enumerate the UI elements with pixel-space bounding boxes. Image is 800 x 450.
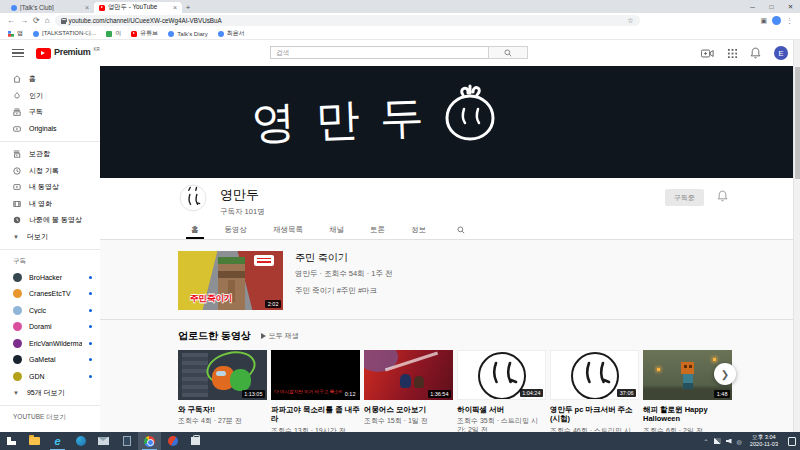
uploads-title[interactable]: 업로드한 동영상 [178,329,251,343]
sidebar-channel-gdn[interactable]: GDN [0,368,100,385]
video-thumbnail[interactable]: 1:13:05 [178,350,267,400]
sidebar-item-my-videos[interactable]: 내 동영상 [0,179,100,196]
taskbar-internet-explorer[interactable]: e [46,432,69,450]
bookmark-item[interactable]: Talk's Diary [168,31,207,37]
close-icon[interactable]: ✕ [781,0,800,13]
sidebar-subscriptions-show-more[interactable]: ▼ 95개 더보기 [0,385,100,402]
video-title[interactable]: 파파고야 목소리를 좀 내주라 [271,405,360,424]
start-button[interactable] [0,432,23,450]
url-input[interactable]: youtube.com/channel/UCueeXW-ceWg4AI-VBVU… [55,15,640,26]
new-tab-button[interactable]: + [182,2,194,13]
browser-tab-talks-club[interactable]: [Talk's Club] × [6,2,94,13]
extensions-icon[interactable]: ▣ [760,17,767,25]
channel-bell-icon[interactable] [717,190,728,202]
maximize-icon[interactable]: □ [762,0,781,13]
tab-videos[interactable]: 동영상 [212,220,261,239]
search-button[interactable] [488,46,528,59]
browser-tab-youtube[interactable]: 영만두 - YouTube × [94,2,182,13]
subscribed-button[interactable]: 구독중 [665,189,704,206]
video-thumbnail[interactable]: 다 아시겠지만 이거 바꾸고 목소리ㅋㅋ 0:12 [271,350,360,400]
video-card[interactable]: 1:36:54 어몽어스 모아보기 조회수 15회 · 1일 전 [364,350,453,432]
tab-close-icon[interactable]: × [85,4,89,11]
hidden-icons-chevron[interactable]: ⌃ [704,438,709,445]
video-thumbnail[interactable]: 37:06 [550,350,639,400]
featured-video-title[interactable]: 주민 죽이기 [295,251,393,265]
sidebar-item-show-more[interactable]: ▼ 더보기 [0,229,100,246]
taskbar-app[interactable] [161,432,184,450]
sidebar-item-library[interactable]: 보관함 [0,146,100,163]
tab-channels[interactable]: 채널 [316,220,357,239]
video-card[interactable]: 37:06 영만두 pc 마크서버 주소 (시험) 조회수 46회 · 스트리밍… [550,350,639,432]
bookmark-item[interactable]: 이 [106,29,121,38]
bookmark-apps[interactable]: 앱 [8,29,23,38]
sidebar-channel-ericvanwilderman[interactable]: EricVanWilderman [0,335,100,352]
back-icon[interactable]: ← [7,17,15,25]
video-title[interactable]: 하이픽셀 서버 [457,405,546,414]
video-card[interactable]: 다 아시겠지만 이거 바꾸고 목소리ㅋㅋ 0:12 파파고야 목소리를 좀 내주… [271,350,360,432]
account-avatar[interactable]: E [774,46,788,60]
tab-discussion[interactable]: 토론 [357,220,398,239]
tab-home[interactable]: 홈 [178,220,212,239]
minimize-icon[interactable]: ─ [743,0,762,13]
forward-icon[interactable]: → [20,17,28,25]
bookmark-favicon [168,31,174,37]
volume-icon[interactable] [726,439,732,444]
video-title[interactable]: 해피 할로윈 Happy Halloween [643,405,732,424]
video-title[interactable]: 영만두 pc 마크서버 주소 (시험) [550,405,639,424]
taskbar-edge[interactable] [69,432,92,450]
sidebar-channel-brohacker[interactable]: BroHacker [0,269,100,286]
taskbar-file-explorer[interactable] [23,432,46,450]
play-all-button[interactable]: 모두 재생 [261,331,299,341]
youtube-apps-icon[interactable] [727,48,737,58]
bookmark-item[interactable]: 유튜브 [131,29,158,38]
tab-close-icon[interactable]: × [173,4,177,11]
video-card[interactable]: 1:13:05 와 구독자!! 조회수 4회 · 27분 전 [178,350,267,432]
scrollbar-thumb[interactable] [795,67,800,179]
video-thumbnail[interactable]: 1:04:24 [457,350,546,400]
featured-video-meta: 영만두 · 조회수 54회 · 1주 전 [295,269,393,279]
bookmark-star-icon[interactable]: ☆ [627,17,633,25]
tab-playlists[interactable]: 재생목록 [260,220,316,239]
create-video-icon[interactable] [701,49,714,58]
home-icon[interactable]: ⌂ [45,17,50,25]
channel-search-icon[interactable] [439,220,483,239]
sidebar-item-my-movies[interactable]: 내 영화 [0,196,100,213]
sidebar-item-home[interactable]: 홈 [0,71,100,88]
taskbar-store[interactable] [184,432,207,450]
settings-tray-icon[interactable]: ◎ [737,438,742,445]
notifications-bell-icon[interactable] [750,47,761,59]
search-input[interactable] [270,46,488,59]
youtube-premium-logo[interactable]: Premium KR [36,47,100,59]
channel-avatar[interactable] [179,184,207,212]
video-card[interactable]: 1:04:24 하이픽셀 서버 조회수 35회 · 스트리밍 시간: 2일 전 [457,350,546,432]
hamburger-menu-icon[interactable] [12,49,24,57]
taskbar-clock[interactable]: 오후 3:04 2020-11-03 [747,434,781,448]
page-scrollbar[interactable] [793,40,800,432]
sidebar-channel-cyclc[interactable]: Cyclc [0,302,100,319]
taskbar-calculator[interactable] [115,432,138,450]
browser-menu-icon[interactable]: ⋮ [786,17,793,25]
browser-profile-avatar[interactable] [772,16,781,25]
video-title[interactable]: 와 구독자!! [178,405,267,414]
sidebar-channel-cranesetctv[interactable]: CranesEtcTV [0,286,100,303]
network-icon[interactable] [714,438,721,444]
bookmark-item[interactable]: 최윤서 [218,29,245,38]
carousel-next-button[interactable]: ❯ [714,363,736,385]
action-center-icon[interactable] [788,437,796,446]
sidebar-channel-gametal[interactable]: GaMetal [0,352,100,369]
video-card[interactable]: 1:48 해피 할로윈 Happy Halloween 조회수 6회 · 2일 … [643,350,732,432]
tab-about[interactable]: 정보 [398,220,439,239]
bookmark-item[interactable]: [TALKSTATION-다... [33,29,96,38]
video-thumbnail[interactable]: 1:36:54 [364,350,453,400]
sidebar-item-originals[interactable]: Originals [0,121,100,138]
sidebar-item-watch-later[interactable]: 나중에 볼 동영상 [0,212,100,229]
refresh-icon[interactable]: ⟳ [33,17,40,25]
sidebar-item-history[interactable]: 시청 기록 [0,163,100,180]
sidebar-item-trending[interactable]: 인기 [0,88,100,105]
taskbar-chrome[interactable] [138,432,161,450]
taskbar-mail[interactable] [92,432,115,450]
video-title[interactable]: 어몽어스 모아보기 [364,405,453,414]
featured-video-thumbnail[interactable]: 주민죽이기 2:02 [178,251,283,310]
sidebar-channel-dorami[interactable]: Dorami [0,319,100,336]
sidebar-item-subscriptions[interactable]: 구독 [0,104,100,121]
